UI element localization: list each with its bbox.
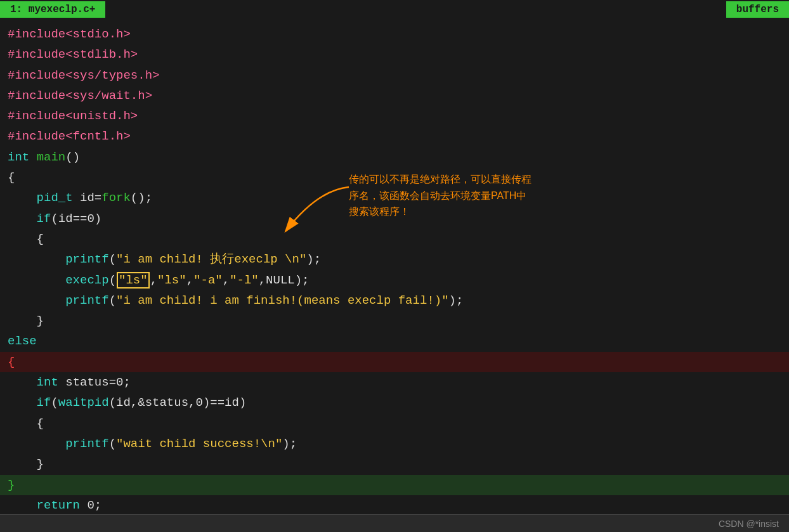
buffers-label[interactable]: buffers	[726, 1, 789, 18]
code-line-21: printf("wait child success!\n");	[0, 434, 789, 454]
code-line-8: {	[0, 167, 789, 188]
code-line-22: }	[0, 454, 789, 474]
code-line-1: #include<stdio.h>	[0, 24, 789, 44]
code-line-11: {	[0, 229, 789, 249]
tab-title[interactable]: 1: myexeclp.c+	[0, 1, 105, 18]
status-bar: CSDN @*insist	[0, 514, 789, 532]
code-line-10: if(id==0)	[0, 209, 789, 229]
code-line-12: printf("i am child! 执行execlp \n");	[0, 249, 789, 269]
code-line-20: {	[0, 413, 789, 434]
code-line-15: }	[0, 311, 789, 331]
code-line-4: #include<sys/wait.h>	[0, 86, 789, 106]
code-line-5: #include<unistd.h>	[0, 106, 789, 126]
code-line-19: if(waitpid(id,&status,0)==id)	[0, 393, 789, 413]
top-bar: 1: myexeclp.c+ buffers	[0, 0, 789, 19]
code-line-18: int status=0;	[0, 372, 789, 393]
code-line-16: else	[0, 331, 789, 351]
code-line-23: }	[0, 475, 789, 495]
code-line-14: printf("i am child! i am finish!(means e…	[0, 290, 789, 311]
code-line-17: {	[0, 352, 789, 372]
credit-text: CSDN @*insist	[719, 519, 779, 529]
code-area: #include<stdio.h> #include<stdlib.h> #in…	[0, 19, 789, 532]
editor-container: 1: myexeclp.c+ buffers #include<stdio.h>…	[0, 0, 789, 532]
code-line-3: #include<sys/types.h>	[0, 65, 789, 86]
code-line-6: #include<fcntl.h>	[0, 126, 789, 146]
code-line-2: #include<stdlib.h>	[0, 44, 789, 65]
code-line-24: return 0;	[0, 495, 789, 516]
code-line-9: pid_t id=fork();	[0, 188, 789, 208]
code-line-7: int main()	[0, 147, 789, 167]
code-line-13: execlp("ls","ls","-a","-l",NULL);	[0, 270, 789, 290]
